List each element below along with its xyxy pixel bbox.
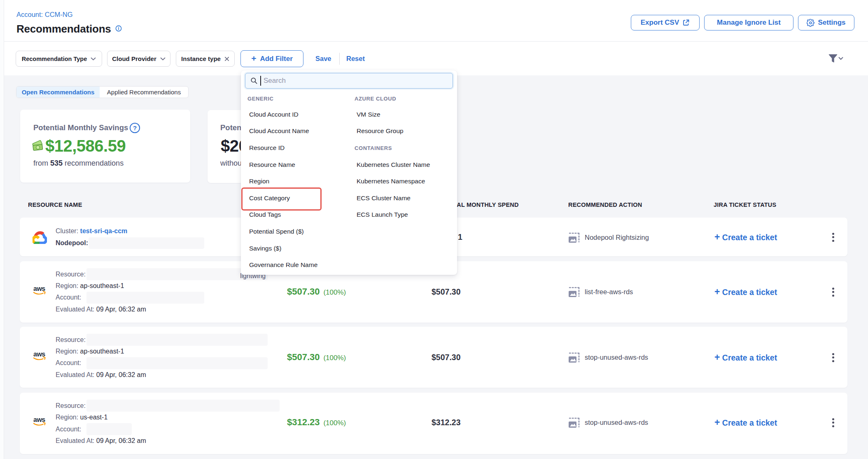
svg-text:aws: aws (33, 285, 45, 292)
svg-text:?: ? (133, 124, 137, 131)
svg-text:aws: aws (33, 351, 45, 358)
svg-text:aws: aws (33, 416, 45, 423)
